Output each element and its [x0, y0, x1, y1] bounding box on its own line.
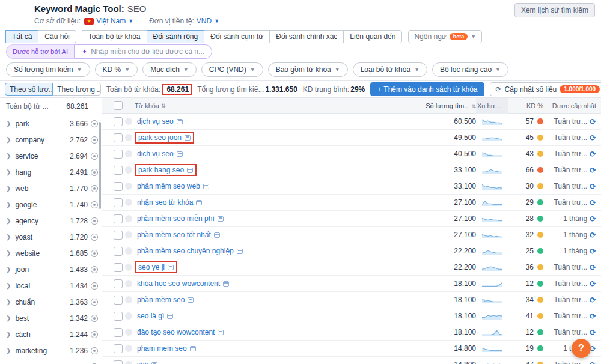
serp-icon[interactable] — [218, 330, 224, 335]
serp-icon[interactable] — [151, 362, 157, 364]
keyword-link[interactable]: phần mềm seo web — [137, 182, 200, 190]
eye-icon[interactable] — [91, 136, 98, 144]
row-checkbox[interactable] — [114, 182, 123, 191]
serp-icon[interactable] — [168, 265, 174, 270]
serp-icon[interactable] — [185, 135, 191, 141]
row-checkbox[interactable] — [114, 296, 123, 305]
row-checkbox[interactable] — [114, 279, 123, 288]
filter-dropdown[interactable]: Mục đích ▼ — [142, 62, 197, 77]
sidebar-group-item[interactable]: ❯ joon 1.483 — [0, 261, 102, 278]
keyword-link[interactable]: park hang seo — [138, 166, 184, 174]
refresh-icon[interactable]: ⟳ — [590, 150, 596, 159]
keyword-link[interactable]: park seo joon — [138, 133, 182, 142]
row-checkbox[interactable] — [114, 198, 123, 207]
eye-icon[interactable] — [91, 217, 98, 225]
serp-icon[interactable] — [196, 200, 202, 205]
keyword-link[interactable]: đào tạo seo wowcontent — [137, 328, 215, 336]
serp-icon[interactable] — [214, 232, 220, 238]
eye-icon[interactable] — [91, 250, 98, 257]
eye-icon[interactable] — [91, 201, 98, 208]
refresh-icon[interactable]: ⟳ — [590, 214, 596, 223]
database-select[interactable]: Việt Nam — [96, 17, 126, 25]
eye-icon[interactable] — [91, 347, 98, 354]
serp-icon[interactable] — [237, 249, 243, 254]
refresh-icon[interactable]: ⟳ — [590, 133, 596, 142]
refresh-icon[interactable]: ⟳ — [590, 166, 596, 175]
refresh-icon[interactable]: ⟳ — [590, 328, 596, 337]
filter-dropdown[interactable]: Bao gồm từ khóa ▼ — [268, 62, 348, 77]
eye-icon[interactable] — [91, 282, 98, 290]
keyword-link[interactable]: khóa học seo wowcontent — [137, 279, 220, 288]
match-tab[interactable]: Câu hỏi — [38, 30, 76, 43]
eye-icon[interactable] — [91, 120, 98, 127]
all-keywords-row[interactable]: Toàn bộ từ ... 68.261 — [0, 98, 102, 115]
keyword-link[interactable]: dịch vụ seo — [137, 117, 174, 126]
sidebar-group-item[interactable]: ❯ marketing 1.236 — [0, 342, 102, 359]
keyword-link[interactable]: seo là gì — [137, 312, 164, 320]
filter-dropdown[interactable]: Bộ lọc nâng cao ▼ — [432, 62, 508, 77]
filter-dropdown[interactable]: Số lượng tìm kiếm ▼ — [6, 62, 90, 77]
sidebar-group-item[interactable]: ❯ best 1.342 — [0, 310, 102, 326]
column-updated[interactable]: Được cập nhật — [543, 102, 601, 109]
row-checkbox[interactable] — [114, 247, 123, 256]
eye-icon[interactable] — [91, 169, 98, 176]
eye-icon[interactable] — [91, 185, 98, 192]
keyword-link[interactable]: nhận seo từ khóa — [137, 198, 193, 207]
keyword-link[interactable]: seo ye ji — [138, 263, 165, 271]
eye-icon[interactable] — [91, 299, 98, 306]
row-checkbox[interactable] — [114, 312, 123, 321]
row-checkbox[interactable] — [114, 263, 123, 272]
column-kd[interactable]: KD % — [508, 102, 543, 109]
row-checkbox[interactable] — [114, 214, 123, 223]
update-metrics-button[interactable]: ⟳ Cập nhật số liệu 1.000/1.000 — [490, 82, 601, 96]
keyword-link[interactable]: phần mềm seo — [137, 296, 185, 304]
column-volume[interactable]: Số lượng tìm...⇅ — [418, 102, 476, 109]
sidebar-group-item[interactable]: ❯ trị 1.179 — [0, 359, 102, 364]
row-checkbox[interactable] — [114, 360, 123, 364]
keyword-link[interactable]: phần mềm seo miễn phí — [137, 214, 215, 223]
serp-icon[interactable] — [167, 314, 173, 319]
keyword-link[interactable]: dịch vụ seo — [137, 150, 174, 158]
refresh-icon[interactable]: ⟳ — [590, 296, 596, 305]
tab-by-number[interactable]: Theo số lượ... — [5, 83, 53, 96]
serp-icon[interactable] — [177, 119, 183, 124]
match-tab[interactable]: Đối sánh cụm từ — [204, 30, 270, 43]
sidebar-group-item[interactable]: ❯ web 1.770 — [0, 180, 102, 196]
refresh-icon[interactable]: ⟳ — [590, 360, 596, 364]
keyword-link[interactable]: pham mem seo — [137, 344, 187, 353]
refresh-icon[interactable]: ⟳ — [590, 182, 596, 191]
sidebar-group-item[interactable]: ❯ cách 1.244 — [0, 326, 102, 342]
row-checkbox[interactable] — [114, 231, 123, 240]
eye-icon[interactable] — [91, 266, 98, 273]
sidebar-group-item[interactable]: ❯ service 2.694 — [0, 148, 102, 164]
match-tab[interactable]: Đối sánh rộng — [147, 30, 205, 43]
refresh-icon[interactable]: ⟳ — [590, 247, 596, 256]
match-tab[interactable]: Liên quan đến — [343, 30, 402, 43]
add-to-list-button[interactable]: + Thêm vào danh sách từ khóa — [370, 82, 484, 96]
serp-icon[interactable] — [177, 151, 183, 157]
filter-dropdown[interactable]: CPC (VND) ▼ — [201, 62, 263, 77]
column-keyword[interactable]: Từ khóa⇅ — [135, 102, 418, 109]
sidebar-group-item[interactable]: ❯ yoast 1.720 — [0, 229, 102, 245]
sidebar-group-item[interactable]: ❯ hang 2.491 — [0, 164, 102, 180]
refresh-icon[interactable]: ⟳ — [590, 279, 596, 288]
eye-icon[interactable] — [91, 234, 98, 241]
eye-icon[interactable] — [91, 331, 98, 338]
match-tab[interactable]: Đối sánh chính xác — [269, 30, 344, 43]
serp-icon[interactable] — [203, 184, 209, 189]
match-tab[interactable]: Toàn bộ từ khóa — [82, 30, 147, 43]
eye-icon[interactable] — [91, 315, 98, 322]
refresh-icon[interactable]: ⟳ — [590, 198, 596, 207]
sidebar-group-item[interactable]: ❯ chuẩn 1.363 — [0, 294, 102, 310]
sidebar-group-item[interactable]: ❯ local 1.434 — [0, 278, 102, 294]
keyword-link[interactable]: phần mềm seo chuyên nghiệp — [137, 247, 234, 255]
row-checkbox[interactable] — [114, 117, 123, 126]
refresh-icon[interactable]: ⟳ — [590, 117, 596, 126]
row-checkbox[interactable] — [114, 133, 123, 142]
refresh-icon[interactable]: ⟳ — [590, 231, 596, 240]
ai-domain-input[interactable]: ✦ Nhập miền cho dữ liệu được cá n... — [74, 44, 212, 59]
select-all-checkbox[interactable] — [114, 101, 123, 110]
sidebar-group-item[interactable]: ❯ company 2.762 — [0, 132, 102, 148]
row-checkbox[interactable] — [114, 328, 123, 337]
keyword-link[interactable]: seo — [137, 360, 148, 364]
